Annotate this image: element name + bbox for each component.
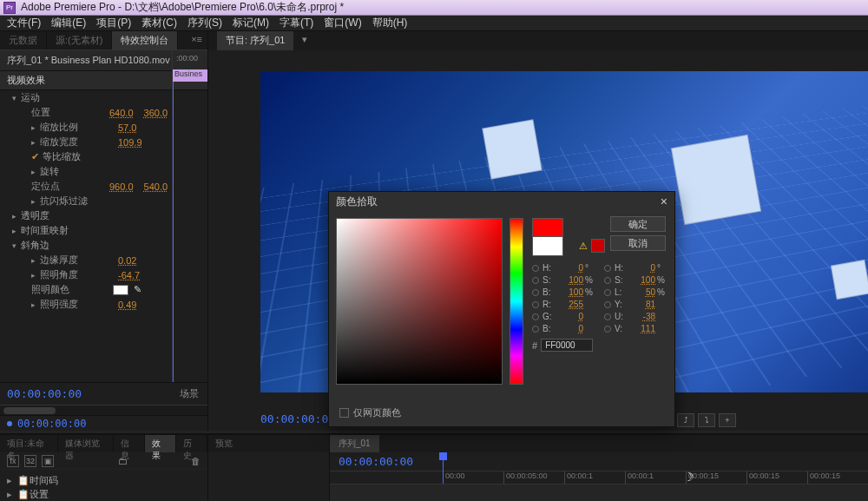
field-y[interactable]: Y:81 (604, 300, 667, 309)
dialog-close-button[interactable]: × (661, 194, 667, 208)
effect-controls-body: 序列_01 * Business Plan HD1080.mov 视频效果 ▾运… (0, 50, 207, 382)
effect-scrollbar[interactable] (0, 405, 207, 415)
gamut-swatch[interactable] (591, 239, 605, 253)
effects-toolbar: fx 32 ▣ 🗀 🗑 (0, 452, 207, 470)
ok-button[interactable]: 确定 (610, 216, 666, 232)
menu-project[interactable]: 项目(P) (96, 16, 131, 30)
preview-panel: 预览 (208, 435, 330, 501)
tab-preview[interactable]: 预览 (208, 435, 240, 452)
tab-project[interactable]: 项目:未命名 (0, 435, 58, 452)
menu-marker[interactable]: 标记(M) (233, 16, 269, 30)
project-settings-row[interactable]: ▸📋 设置 (7, 487, 201, 501)
menu-clip[interactable]: 素材(C) (141, 16, 177, 30)
eyedropper-icon[interactable]: ✎ (134, 284, 141, 295)
timeline-ruler[interactable]: 00:00 00:00:05:00 00:00:1 00:00:1 00:00:… (443, 471, 868, 484)
moon-icon: ☽ (683, 470, 694, 484)
tab-metadata[interactable]: 元数据 (0, 31, 47, 49)
field-v[interactable]: V:111 (604, 324, 667, 333)
field-l[interactable]: L:50% (604, 287, 667, 297)
yuv-icon[interactable]: 32 (24, 455, 36, 467)
mini-timecode: :00:00 (176, 54, 198, 63)
field-r[interactable]: R:255 (532, 300, 595, 309)
dialog-titlebar[interactable]: 颜色拾取 × (329, 192, 674, 211)
field-h[interactable]: H:0° (532, 263, 595, 273)
tab-program[interactable]: 节目: 序列_01 (217, 31, 293, 50)
field-s[interactable]: S:100% (532, 275, 595, 285)
menu-help[interactable]: 帮助(H) (372, 16, 408, 30)
bottom-panels: 项目:未命名 媒体浏览器 信息 效果 历史 fx 32 ▣ 🗀 🗑 ▸📋 时间码… (0, 433, 868, 501)
program-tabs: 节目: 序列_01 ▾ (208, 31, 868, 50)
cancel-button[interactable]: 取消 (610, 235, 666, 251)
dialog-title: 颜色拾取 (336, 194, 378, 209)
panel-menu-icon[interactable]: ×≡ (186, 31, 207, 49)
old-color-swatch[interactable] (532, 237, 563, 256)
effect-timecode[interactable]: 00:00:00:00 (7, 387, 82, 400)
lift-button[interactable]: ⤴ (677, 413, 694, 427)
color-picker-dialog: 颜色拾取 × 确定 取消 ⚠ H:0° H:0° S:100% (328, 191, 675, 427)
new-color-swatch[interactable] (532, 218, 563, 237)
effect-mini-timeline: :00:00 Busines (172, 50, 207, 382)
hash-label: # (532, 340, 537, 351)
field-b[interactable]: B:100% (532, 287, 595, 297)
hex-input[interactable] (541, 339, 593, 352)
menu-sequence[interactable]: 序列(S) (187, 16, 222, 30)
menu-title[interactable]: 字幕(T) (279, 16, 313, 30)
color-field[interactable] (336, 218, 503, 385)
app-icon: Pr (3, 2, 16, 14)
add-button[interactable]: + (719, 413, 736, 427)
mini-clip[interactable]: Busines (173, 69, 207, 82)
menu-window[interactable]: 窗口(W) (324, 16, 361, 30)
field-h2[interactable]: H:0° (604, 263, 667, 273)
field-bv[interactable]: B:0 (532, 324, 595, 333)
preset-icon[interactable]: fx (7, 455, 19, 467)
mini-playhead[interactable] (173, 82, 174, 382)
project-panel: 项目:未命名 媒体浏览器 信息 效果 历史 fx 32 ▣ 🗀 🗑 ▸📋 时间码… (0, 435, 208, 501)
hue-slider[interactable] (510, 218, 523, 385)
field-g[interactable]: G:0 (532, 312, 595, 321)
tab-info[interactable]: 信息 (114, 435, 145, 452)
tab-program-menu[interactable]: ▾ (293, 31, 316, 50)
menu-edit[interactable]: 编辑(E) (51, 16, 86, 30)
left-footer-timecode: 00:00:00:00 (0, 415, 207, 431)
footer-timecode[interactable]: 00:00:00:00 (17, 418, 86, 430)
tab-source[interactable]: 源:(无素材) (47, 31, 112, 49)
color-cursor[interactable] (493, 375, 500, 382)
field-u[interactable]: U:-38 (604, 312, 667, 321)
project-timecode-row[interactable]: ▸📋 时间码 (7, 473, 201, 487)
new-bin-icon[interactable]: 🗀 (118, 456, 128, 466)
checkbox-icon[interactable] (339, 408, 349, 418)
field-s2[interactable]: S:100% (604, 275, 667, 285)
web-colors-checkbox[interactable]: 仅网页颜色 (339, 406, 401, 419)
window-titlebar: Pr Adobe Premiere Pro - D:\文档\Adobe\Prem… (0, 0, 868, 16)
accel-icon[interactable]: ▣ (42, 455, 54, 467)
tab-effect-controls[interactable]: 特效控制台 (112, 31, 178, 49)
effect-timecode-row: 00:00:00:00 场景 (0, 382, 207, 405)
timeline-tracks[interactable] (330, 484, 868, 501)
window-title: Adobe Premiere Pro - D:\文档\Adobe\Premier… (21, 0, 344, 15)
timeline-timecode[interactable]: 00:00:00:00 (339, 455, 413, 468)
gamut-warning[interactable]: ⚠ (579, 235, 605, 256)
tab-sequence[interactable]: 序列_01 (330, 435, 379, 452)
hex-row: # (532, 339, 667, 352)
record-dot-icon (7, 421, 12, 426)
effect-controls-panel: 元数据 源:(无素材) 特效控制台 ×≡ 序列_01 * Business Pl… (0, 31, 208, 431)
menu-file[interactable]: 文件(F) (7, 16, 41, 30)
left-panel-tabs: 元数据 源:(无素材) 特效控制台 ×≡ (0, 31, 207, 50)
color-swatch[interactable] (113, 285, 128, 295)
trash-icon[interactable]: 🗑 (191, 456, 201, 466)
scene-label: 场景 (180, 387, 199, 400)
tab-media-browser[interactable]: 媒体浏览器 (58, 435, 114, 452)
extract-button[interactable]: ⤵ (698, 413, 715, 427)
timeline-panel: 序列_01 00:00:00:00 00:00 00:00:05:00 00:0… (330, 435, 868, 501)
menu-bar: 文件(F) 编辑(E) 项目(P) 素材(C) 序列(S) 标记(M) 字幕(T… (0, 16, 868, 31)
warning-icon: ⚠ (579, 241, 588, 252)
tab-history[interactable]: 历史 (176, 435, 207, 452)
tab-effects[interactable]: 效果 (145, 435, 176, 452)
